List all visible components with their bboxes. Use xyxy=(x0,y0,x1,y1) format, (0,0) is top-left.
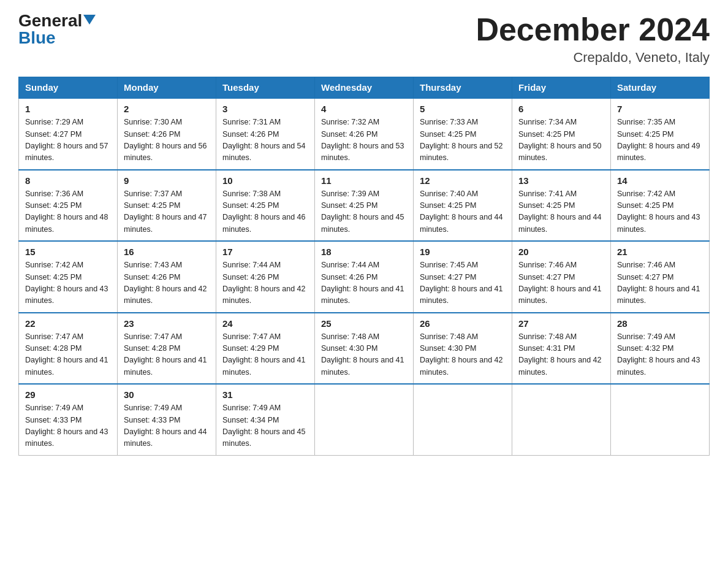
month-title: December 2024 xyxy=(476,12,710,47)
day-info: Sunrise: 7:47 AMSunset: 4:28 PMDaylight:… xyxy=(25,332,108,377)
day-number: 30 xyxy=(124,389,210,400)
calendar-cell: 22 Sunrise: 7:47 AMSunset: 4:28 PMDaylig… xyxy=(19,313,118,385)
day-info: Sunrise: 7:41 AMSunset: 4:25 PMDaylight:… xyxy=(518,190,602,234)
calendar-cell: 31 Sunrise: 7:49 AMSunset: 4:34 PMDaylig… xyxy=(216,384,315,455)
day-number: 11 xyxy=(321,175,407,186)
day-number: 13 xyxy=(518,175,604,186)
calendar-week-3: 15 Sunrise: 7:42 AMSunset: 4:25 PMDaylig… xyxy=(19,241,710,313)
calendar-cell: 11 Sunrise: 7:39 AMSunset: 4:25 PMDaylig… xyxy=(315,170,414,242)
calendar-cell: 19 Sunrise: 7:45 AMSunset: 4:27 PMDaylig… xyxy=(414,241,512,313)
calendar-cell: 15 Sunrise: 7:42 AMSunset: 4:25 PMDaylig… xyxy=(19,241,118,313)
calendar-cell: 17 Sunrise: 7:44 AMSunset: 4:26 PMDaylig… xyxy=(216,241,315,313)
header-day-tuesday: Tuesday xyxy=(216,77,315,99)
day-info: Sunrise: 7:47 AMSunset: 4:29 PMDaylight:… xyxy=(222,332,306,377)
calendar-cell: 2 Sunrise: 7:30 AMSunset: 4:26 PMDayligh… xyxy=(118,98,216,170)
day-number: 5 xyxy=(420,104,506,114)
day-info: Sunrise: 7:34 AMSunset: 4:25 PMDaylight:… xyxy=(518,118,602,162)
day-number: 16 xyxy=(124,247,210,257)
day-number: 15 xyxy=(25,247,111,257)
day-number: 20 xyxy=(518,247,604,257)
day-number: 7 xyxy=(617,104,703,114)
calendar-cell: 21 Sunrise: 7:46 AMSunset: 4:27 PMDaylig… xyxy=(611,241,710,313)
day-number: 24 xyxy=(222,318,308,329)
day-number: 14 xyxy=(617,175,703,186)
day-number: 19 xyxy=(420,247,506,257)
day-info: Sunrise: 7:46 AMSunset: 4:27 PMDaylight:… xyxy=(518,261,602,305)
logo-triangle-icon xyxy=(83,15,96,25)
day-info: Sunrise: 7:33 AMSunset: 4:25 PMDaylight:… xyxy=(420,118,503,162)
logo-blue-text: Blue xyxy=(18,29,56,47)
day-info: Sunrise: 7:49 AMSunset: 4:32 PMDaylight:… xyxy=(617,332,700,377)
calendar-cell: 13 Sunrise: 7:41 AMSunset: 4:25 PMDaylig… xyxy=(512,170,611,242)
day-info: Sunrise: 7:49 AMSunset: 4:33 PMDaylight:… xyxy=(25,404,108,448)
header-row: SundayMondayTuesdayWednesdayThursdayFrid… xyxy=(19,77,710,99)
calendar-header: SundayMondayTuesdayWednesdayThursdayFrid… xyxy=(19,77,710,99)
calendar-cell: 3 Sunrise: 7:31 AMSunset: 4:26 PMDayligh… xyxy=(216,98,315,170)
logo-general-text: General xyxy=(18,12,82,29)
calendar-cell xyxy=(512,384,611,455)
day-number: 23 xyxy=(124,318,210,329)
calendar-week-1: 1 Sunrise: 7:29 AMSunset: 4:27 PMDayligh… xyxy=(19,98,710,170)
day-number: 21 xyxy=(617,247,703,257)
day-number: 10 xyxy=(222,175,308,186)
day-info: Sunrise: 7:45 AMSunset: 4:27 PMDaylight:… xyxy=(420,261,503,305)
calendar-body: 1 Sunrise: 7:29 AMSunset: 4:27 PMDayligh… xyxy=(19,98,710,455)
day-info: Sunrise: 7:42 AMSunset: 4:25 PMDaylight:… xyxy=(25,261,108,305)
calendar-cell: 24 Sunrise: 7:47 AMSunset: 4:29 PMDaylig… xyxy=(216,313,315,385)
day-number: 18 xyxy=(321,247,407,257)
calendar-week-4: 22 Sunrise: 7:47 AMSunset: 4:28 PMDaylig… xyxy=(19,313,710,385)
calendar-table: SundayMondayTuesdayWednesdayThursdayFrid… xyxy=(18,77,710,456)
calendar-cell: 6 Sunrise: 7:34 AMSunset: 4:25 PMDayligh… xyxy=(512,98,611,170)
day-number: 12 xyxy=(420,175,506,186)
day-info: Sunrise: 7:48 AMSunset: 4:31 PMDaylight:… xyxy=(518,332,602,377)
day-number: 4 xyxy=(321,104,407,114)
day-number: 22 xyxy=(25,318,111,329)
day-info: Sunrise: 7:35 AMSunset: 4:25 PMDaylight:… xyxy=(617,118,700,162)
logo: General Blue xyxy=(18,12,96,47)
calendar-cell: 12 Sunrise: 7:40 AMSunset: 4:25 PMDaylig… xyxy=(414,170,512,242)
day-info: Sunrise: 7:43 AMSunset: 4:26 PMDaylight:… xyxy=(124,261,207,305)
calendar-cell xyxy=(611,384,710,455)
day-info: Sunrise: 7:42 AMSunset: 4:25 PMDaylight:… xyxy=(617,190,700,234)
calendar-cell: 25 Sunrise: 7:48 AMSunset: 4:30 PMDaylig… xyxy=(315,313,414,385)
day-number: 31 xyxy=(222,389,308,400)
day-info: Sunrise: 7:49 AMSunset: 4:33 PMDaylight:… xyxy=(124,404,207,448)
header-day-saturday: Saturday xyxy=(611,77,710,99)
day-number: 28 xyxy=(617,318,703,329)
calendar-week-2: 8 Sunrise: 7:36 AMSunset: 4:25 PMDayligh… xyxy=(19,170,710,242)
calendar-cell: 1 Sunrise: 7:29 AMSunset: 4:27 PMDayligh… xyxy=(19,98,118,170)
day-info: Sunrise: 7:46 AMSunset: 4:27 PMDaylight:… xyxy=(617,261,700,305)
day-info: Sunrise: 7:47 AMSunset: 4:28 PMDaylight:… xyxy=(124,332,207,377)
day-number: 9 xyxy=(124,175,210,186)
calendar-cell: 4 Sunrise: 7:32 AMSunset: 4:26 PMDayligh… xyxy=(315,98,414,170)
calendar-week-5: 29 Sunrise: 7:49 AMSunset: 4:33 PMDaylig… xyxy=(19,384,710,455)
header-day-wednesday: Wednesday xyxy=(315,77,414,99)
calendar-cell xyxy=(315,384,414,455)
calendar-cell: 14 Sunrise: 7:42 AMSunset: 4:25 PMDaylig… xyxy=(611,170,710,242)
calendar-cell: 5 Sunrise: 7:33 AMSunset: 4:25 PMDayligh… xyxy=(414,98,512,170)
day-info: Sunrise: 7:38 AMSunset: 4:25 PMDaylight:… xyxy=(222,190,306,234)
calendar-cell: 30 Sunrise: 7:49 AMSunset: 4:33 PMDaylig… xyxy=(118,384,216,455)
day-info: Sunrise: 7:39 AMSunset: 4:25 PMDaylight:… xyxy=(321,190,404,234)
calendar-cell: 18 Sunrise: 7:44 AMSunset: 4:26 PMDaylig… xyxy=(315,241,414,313)
day-number: 29 xyxy=(25,389,111,400)
calendar-cell: 20 Sunrise: 7:46 AMSunset: 4:27 PMDaylig… xyxy=(512,241,611,313)
day-info: Sunrise: 7:49 AMSunset: 4:34 PMDaylight:… xyxy=(222,404,306,448)
day-info: Sunrise: 7:44 AMSunset: 4:26 PMDaylight:… xyxy=(321,261,404,305)
location-title: Crepaldo, Veneto, Italy xyxy=(476,50,710,66)
day-number: 8 xyxy=(25,175,111,186)
day-info: Sunrise: 7:32 AMSunset: 4:26 PMDaylight:… xyxy=(321,118,404,162)
day-number: 1 xyxy=(25,104,111,114)
calendar-cell: 27 Sunrise: 7:48 AMSunset: 4:31 PMDaylig… xyxy=(512,313,611,385)
header-day-friday: Friday xyxy=(512,77,611,99)
day-number: 3 xyxy=(222,104,308,114)
header-day-thursday: Thursday xyxy=(414,77,512,99)
title-block: December 2024 Crepaldo, Veneto, Italy xyxy=(476,12,710,66)
day-info: Sunrise: 7:36 AMSunset: 4:25 PMDaylight:… xyxy=(25,190,108,234)
day-number: 25 xyxy=(321,318,407,329)
day-info: Sunrise: 7:37 AMSunset: 4:25 PMDaylight:… xyxy=(124,190,207,234)
header-day-sunday: Sunday xyxy=(19,77,118,99)
calendar-cell: 8 Sunrise: 7:36 AMSunset: 4:25 PMDayligh… xyxy=(19,170,118,242)
day-number: 17 xyxy=(222,247,308,257)
day-number: 2 xyxy=(124,104,210,114)
